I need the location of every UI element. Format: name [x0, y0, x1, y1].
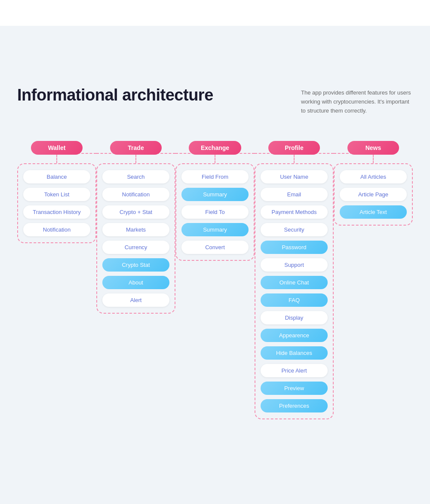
item-exchange-1[interactable]: Summary [181, 188, 249, 201]
item-exchange-2[interactable]: Field To [181, 205, 249, 219]
items-box-trade: SearchNotificationCrypto + StatMarketsCu… [96, 163, 175, 314]
items-box-exchange: Field FromSummaryField ToSummaryConvert [175, 163, 255, 261]
item-trade-4[interactable]: Currency [102, 241, 169, 254]
item-wallet-2[interactable]: Transaction History [23, 205, 90, 219]
item-profile-7[interactable]: FAQ [261, 293, 328, 307]
item-profile-6[interactable]: Online Chat [261, 276, 328, 289]
category-header-news: News [347, 141, 399, 155]
item-trade-5[interactable]: Crypto Stat [102, 258, 169, 272]
item-exchange-4[interactable]: Convert [181, 241, 249, 254]
item-profile-13[interactable]: Preferences [261, 399, 328, 412]
item-news-2[interactable]: Article Text [340, 205, 407, 219]
item-wallet-0[interactable]: Balance [23, 170, 90, 183]
item-profile-3[interactable]: Security [261, 223, 328, 236]
vertical-connector-trade [135, 155, 136, 163]
page-title: Informational architecture [17, 86, 213, 104]
category-header-wallet: Wallet [31, 141, 83, 155]
vertical-connector-news [373, 155, 374, 163]
column-exchange: ExchangeField FromSummaryField ToSummary… [175, 141, 255, 261]
item-trade-6[interactable]: About [102, 276, 169, 289]
category-header-trade: Trade [110, 141, 162, 155]
column-wallet: WalletBalanceToken ListTransaction Histo… [17, 141, 96, 243]
page-description: The app provides different features for … [301, 89, 413, 115]
column-profile: ProfileUser NameEmailPayment MethodsSecu… [255, 141, 334, 419]
item-profile-9[interactable]: Appearence [261, 329, 328, 342]
item-profile-0[interactable]: User Name [261, 170, 328, 183]
column-news: NewsAll ArticlesArticle PageArticle Text [334, 141, 413, 226]
page-header: Informational architecture The app provi… [17, 86, 413, 115]
item-trade-0[interactable]: Search [102, 170, 169, 183]
items-box-news: All ArticlesArticle PageArticle Text [334, 163, 413, 226]
item-profile-11[interactable]: Price Alert [261, 364, 328, 377]
item-news-1[interactable]: Article Page [340, 188, 407, 201]
column-trade: TradeSearchNotificationCrypto + StatMark… [96, 141, 175, 314]
item-news-0[interactable]: All Articles [340, 170, 407, 183]
vertical-connector-profile [294, 155, 295, 163]
item-trade-1[interactable]: Notification [102, 188, 169, 201]
category-header-exchange: Exchange [189, 141, 241, 155]
item-profile-5[interactable]: Support [261, 258, 328, 272]
item-wallet-3[interactable]: Notification [23, 223, 90, 236]
vertical-connector-exchange [215, 155, 215, 163]
item-profile-1[interactable]: Email [261, 188, 328, 201]
item-profile-4[interactable]: Password [261, 241, 328, 254]
ia-diagram: WalletBalanceToken ListTransaction Histo… [17, 141, 413, 419]
item-exchange-0[interactable]: Field From [181, 170, 249, 183]
items-box-profile: User NameEmailPayment MethodsSecurityPas… [255, 163, 334, 419]
item-profile-10[interactable]: Hide Balances [261, 346, 328, 360]
item-exchange-3[interactable]: Summary [181, 223, 249, 236]
vertical-connector-wallet [56, 155, 57, 163]
item-trade-7[interactable]: Alert [102, 293, 169, 307]
item-profile-8[interactable]: Display [261, 311, 328, 324]
item-trade-2[interactable]: Crypto + Stat [102, 205, 169, 219]
item-profile-12[interactable]: Preview [261, 382, 328, 395]
item-trade-3[interactable]: Markets [102, 223, 169, 236]
items-box-wallet: BalanceToken ListTransaction HistoryNoti… [17, 163, 96, 243]
category-header-profile: Profile [268, 141, 320, 155]
item-wallet-1[interactable]: Token List [23, 188, 90, 201]
item-profile-2[interactable]: Payment Methods [261, 205, 328, 219]
